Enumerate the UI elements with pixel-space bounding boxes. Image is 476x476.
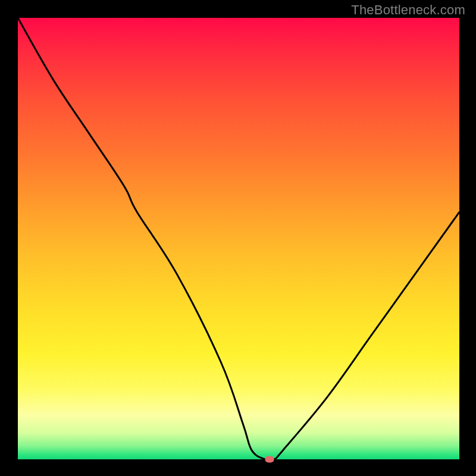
minimum-marker: [265, 456, 274, 463]
chart-frame: TheBottleneck.com: [0, 0, 476, 476]
watermark-text: TheBottleneck.com: [351, 2, 465, 18]
bottleneck-curve: [18, 18, 459, 459]
plot-area: [18, 18, 459, 459]
